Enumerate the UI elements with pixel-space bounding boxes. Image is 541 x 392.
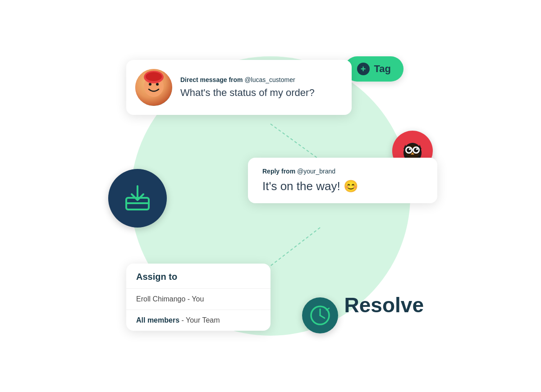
assign-to-card: Assign to Eroll Chimango - You All membe… [126, 264, 270, 331]
assign-row-all-members[interactable]: All members - Your Team [126, 310, 270, 331]
svg-point-17 [416, 148, 418, 150]
svg-point-15 [414, 148, 418, 152]
tag-label: Tag [374, 63, 391, 75]
resolve-label[interactable]: Resolve [344, 293, 424, 317]
inbox-circle [108, 169, 167, 228]
svg-point-7 [146, 72, 162, 81]
svg-point-4 [149, 83, 151, 86]
reply-text: It's on the way! 😊 [262, 179, 423, 193]
svg-point-5 [156, 83, 159, 86]
svg-line-24 [320, 315, 325, 318]
tag-button[interactable]: + Tag [344, 56, 403, 82]
inbox-icon [123, 183, 152, 213]
scene: + Tag [68, 20, 473, 372]
clock-icon [309, 305, 331, 326]
svg-point-14 [407, 148, 411, 152]
assign-header: Assign to [126, 264, 270, 289]
customer-avatar [135, 69, 172, 106]
direct-message-card: Direct message from @lucas_customer What… [126, 60, 352, 115]
svg-point-16 [409, 148, 411, 150]
tag-plus-icon: + [357, 63, 370, 75]
message-text: What's the status of my order? [180, 87, 339, 99]
message-content: Direct message from @lucas_customer What… [180, 76, 339, 99]
clock-circle [302, 297, 338, 333]
reply-from: Reply from @your_brand [262, 168, 423, 175]
message-from: Direct message from @lucas_customer [180, 76, 339, 83]
reply-card: Reply from @your_brand It's on the way! … [248, 158, 437, 203]
assign-row-you[interactable]: Eroll Chimango - You [126, 289, 270, 310]
